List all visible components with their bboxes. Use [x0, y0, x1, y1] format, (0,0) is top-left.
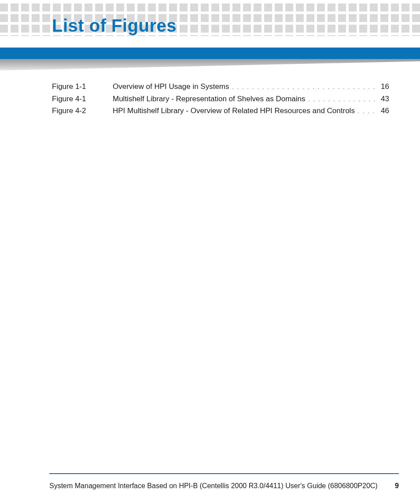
footer: System Management Interface Based on HPI… — [49, 482, 399, 490]
page-number: 9 — [395, 482, 399, 490]
list-item: Figure 1-1 Overview of HPI Usage in Syst… — [52, 81, 389, 92]
dot-leader — [357, 106, 378, 113]
list-item: Figure 4-2 HPI Multishelf Library - Over… — [52, 105, 389, 117]
figure-page: 16 — [381, 81, 389, 92]
footer-rule — [49, 473, 399, 474]
figure-page: 43 — [381, 93, 389, 105]
header-wedge — [0, 59, 420, 70]
list-item: Figure 4-1 Multishelf Library - Represen… — [52, 93, 389, 105]
figure-title: Overview of HPI Usage in Systems — [113, 81, 229, 92]
page-title: List of Figures — [52, 16, 177, 36]
dot-leader — [308, 94, 378, 101]
figure-label: Figure 1-1 — [52, 81, 113, 92]
figures-list: Figure 1-1 Overview of HPI Usage in Syst… — [52, 81, 389, 118]
figure-label: Figure 4-1 — [52, 93, 113, 105]
figure-page: 46 — [381, 105, 389, 117]
figure-title: Multishelf Library - Representation of S… — [113, 93, 305, 105]
footer-text: System Management Interface Based on HPI… — [49, 482, 378, 490]
figure-label: Figure 4-2 — [52, 105, 113, 117]
dot-leader — [232, 81, 379, 89]
figure-title: HPI Multishelf Library - Overview of Rel… — [113, 105, 355, 117]
header-bar — [0, 48, 420, 59]
